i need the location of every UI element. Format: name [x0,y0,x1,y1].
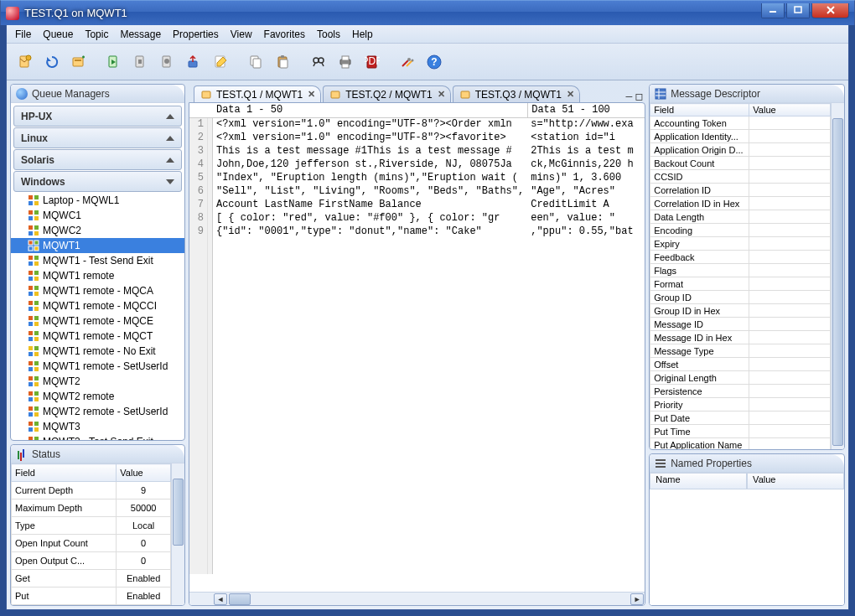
table-row[interactable]: TypeLocal [12,517,171,535]
qm-item[interactable]: MQWT1 remote - MQCT [11,329,184,344]
qm-item[interactable]: MQWT3 - Test Send Exit [11,434,184,440]
qm-group-hp-ux[interactable]: HP-UX [13,106,182,127]
table-row[interactable]: Expiry [650,237,831,251]
minimize-panel-button[interactable]: — [626,90,633,102]
qm-item[interactable]: MQWT2 [11,374,184,389]
refresh-icon[interactable] [39,49,65,75]
table-row[interactable]: Backout Count [650,157,831,170]
new-message-icon[interactable] [13,49,38,75]
minimize-button[interactable] [761,3,785,18]
table-row[interactable]: Correlation ID in Hex [650,197,831,210]
export-icon[interactable] [182,49,207,75]
find-icon[interactable] [306,49,331,75]
editor-row[interactable]: 3This is a test message #1This is a test… [189,145,645,158]
qm-item[interactable]: MQWT2 remote [11,389,184,404]
qm-item[interactable]: MQWT1 remote [11,268,184,283]
close-tab-icon[interactable]: ✕ [308,89,315,100]
table-row[interactable]: Encoding [650,224,831,237]
table-row[interactable]: Accounting Token [650,116,831,130]
menu-item-view[interactable]: View [225,27,257,42]
menu-item-queue[interactable]: Queue [38,27,78,42]
np-col-value[interactable]: Value [747,473,844,489]
scroll-thumb[interactable] [229,593,251,605]
table-row[interactable]: Open Output C...0 [12,552,171,570]
scroll-left-button[interactable]: ◄ [214,593,227,605]
editor-row[interactable]: 8[ { color: "red", value: "#f00" }, { co… [189,212,645,225]
table-row[interactable]: Correlation ID [650,184,831,197]
table-row[interactable]: Offset [650,358,831,371]
table-row[interactable]: Open Input Count0 [12,535,171,552]
new-queue-icon[interactable] [66,49,91,75]
menu-item-topic[interactable]: Topic [80,27,113,42]
maximize-button[interactable] [786,3,810,18]
table-row[interactable]: Put Application Name [650,438,831,450]
editor-row[interactable]: 7Account LastName FirstName Balance Cred… [189,199,645,212]
qm-item[interactable]: MQWT1 remote - SetUserId [11,359,184,374]
close-tab-icon[interactable]: ✕ [567,89,574,100]
table-row[interactable]: PutEnabled [12,588,171,605]
qm-item[interactable]: MQWC2 [11,223,184,238]
menu-item-help[interactable]: Help [347,27,378,42]
settings-icon[interactable] [395,49,420,75]
table-row[interactable]: Message ID in Hex [650,331,831,344]
table-row[interactable]: Current Depth9 [12,482,171,500]
table-row[interactable]: Maximum Depth50000 [12,500,171,517]
maximize-panel-button[interactable]: □ [635,90,642,102]
menu-item-message[interactable]: Message [115,27,166,42]
qm-group-solaris[interactable]: Solaris [13,149,182,170]
table-row[interactable]: Format [650,277,831,291]
editor-tab[interactable]: TEST.Q3 / MQWT1✕ [453,85,580,102]
qm-item[interactable]: MQWT1 [11,238,184,253]
table-row[interactable]: Group ID [650,291,831,304]
md-scrollbar[interactable] [831,103,844,449]
table-row[interactable]: Feedback [650,251,831,264]
paste-icon[interactable] [271,49,296,75]
editor-tab[interactable]: TEST.Q1 / MQWT1✕ [194,85,321,102]
qm-item[interactable]: Laptop - MQWL1 [11,193,184,208]
editor-row[interactable]: 5"Index", "Eruption length (mins)","Erup… [189,172,645,185]
editor-horizontal-scrollbar[interactable]: ◄ ► [189,592,645,605]
status-col-header[interactable]: Value [117,464,171,482]
qm-item[interactable]: MQWC1 [11,208,184,223]
np-col-name[interactable]: Name [650,473,747,489]
menu-item-tools[interactable]: Tools [312,27,345,42]
table-row[interactable]: Put Date [650,412,831,425]
qm-item[interactable]: MQWT1 remote - MQCA [11,283,184,298]
pdf-icon[interactable]: PDF [360,49,385,75]
table-row[interactable]: Group ID in Hex [650,304,831,318]
qm-group-linux[interactable]: Linux [13,127,182,148]
copy-icon[interactable] [244,49,269,75]
table-row[interactable]: Data Length [650,210,831,224]
editor-tab[interactable]: TEST.Q2 / MQWT1✕ [323,85,450,102]
help-icon[interactable]: ? [422,49,447,75]
edit-icon[interactable] [209,49,234,75]
menu-item-favorites[interactable]: Favorites [259,27,310,42]
table-row[interactable]: Put Time [650,425,831,438]
md-col-header[interactable]: Field [650,104,749,116]
table-row[interactable]: Persistence [650,385,831,398]
editor-row[interactable]: 1<?xml version="1.0" encoding="UTF-8"?><… [189,118,645,132]
table-row[interactable]: CCSID [650,170,831,184]
editor-row[interactable]: 9{"id": "0001","type": "donut","name": "… [189,225,645,239]
queue-managers-tree[interactable]: HP-UXLinuxSolarisWindowsLaptop - MQWL1MQ… [11,103,184,440]
menu-item-properties[interactable]: Properties [168,27,224,42]
qm-item[interactable]: MQWT1 remote - No Exit [11,344,184,359]
editor-body[interactable]: 1<?xml version="1.0" encoding="UTF-8"?><… [189,118,645,592]
status-scrollbar[interactable] [171,463,184,605]
qm-item[interactable]: MQWT1 remote - MQCCI [11,298,184,313]
scroll-right-button[interactable]: ► [630,593,644,605]
play-icon[interactable] [101,49,127,75]
table-row[interactable]: Application Origin D... [650,143,831,157]
table-row[interactable]: Original Length [650,371,831,385]
table-row[interactable]: Message Type [650,344,831,358]
editor-row[interactable]: 2<?xml version="1.0" encoding="UTF-8"?><… [189,132,645,145]
print-icon[interactable] [333,49,358,75]
close-tab-icon[interactable]: ✕ [438,89,445,100]
md-col-header[interactable]: Value [749,104,831,116]
qm-item[interactable]: MQWT2 remote - SetUserId [11,404,184,419]
record-icon[interactable] [155,49,180,75]
editor-row[interactable]: 6"Sell", "List", "Living", "Rooms", "Bed… [189,185,645,199]
menu-item-file[interactable]: File [10,27,36,42]
table-row[interactable]: Flags [650,264,831,277]
qm-item[interactable]: MQWT1 remote - MQCE [11,313,184,329]
